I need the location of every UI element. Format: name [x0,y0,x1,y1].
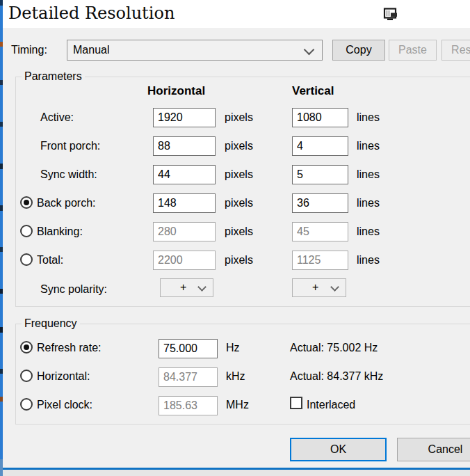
sync-width-vertical-input[interactable] [292,165,348,184]
total-label: Total: [37,253,63,267]
back-porch-radio[interactable] [20,196,33,209]
active-vertical-unit: lines [357,111,380,125]
blanking-horizontal-unit: pixels [225,225,253,239]
horizontal-column-header: Horizontal [147,84,205,98]
back-porch-vertical-input[interactable] [292,193,348,213]
back-porch-vertical-unit: lines [357,196,380,210]
frequency-group-title: Frequency [22,317,80,331]
blanking-radio[interactable] [20,225,33,237]
total-vertical-input [292,251,348,270]
reset-button: Reset [441,40,470,61]
refresh-rate-input[interactable] [159,339,218,358]
interlaced-label: Interlaced [307,398,355,412]
total-horizontal-input [153,251,216,270]
front-porch-vertical-unit: lines [357,139,380,153]
interlaced-checkbox[interactable] [290,397,302,409]
background-window-strip [0,470,470,476]
detailed-resolution-dialog: Detailed Resolution Timing: Manual Copy … [0,0,470,476]
window-title: Detailed Resolution [8,3,175,23]
refresh-rate-radio[interactable] [20,341,33,354]
chevron-down-icon [304,45,315,56]
parameters-group-title: Parameters [22,70,85,84]
refresh-rate-label: Refresh rate: [37,341,101,355]
paste-button: Paste [389,40,437,61]
sync-width-label: Sync width: [40,168,97,182]
horizontal-frequency-actual: Actual: 84.377 kHz [290,370,383,383]
horizontal-frequency-radio[interactable] [20,370,33,382]
active-label: Active: [40,111,74,125]
sync-width-vertical-unit: lines [357,168,380,182]
cancel-button[interactable]: Cancel [397,438,470,461]
refresh-rate-actual: Actual: 75.002 Hz [290,341,378,355]
timing-dropdown[interactable]: Manual [67,40,323,61]
background-window-edge [0,0,3,476]
total-vertical-unit: lines [357,253,380,267]
back-porch-horizontal-unit: pixels [225,196,253,210]
pixel-clock-radio[interactable] [20,398,33,411]
horizontal-frequency-input [159,367,218,387]
sync-width-horizontal-input[interactable] [153,165,216,184]
horizontal-frequency-unit: kHz [226,370,245,383]
active-horizontal-input[interactable] [153,108,216,127]
sync-polarity-vertical-dropdown[interactable]: + [292,278,346,297]
chevron-down-icon [330,283,339,292]
ok-button[interactable]: OK [290,438,387,461]
sync-width-horizontal-unit: pixels [225,168,253,182]
blanking-horizontal-input [153,222,216,241]
active-horizontal-unit: pixels [225,111,253,125]
timing-selected-value: Manual [67,44,109,56]
horizontal-frequency-label: Horizontal: [37,370,90,383]
front-porch-horizontal-input[interactable] [153,136,216,156]
active-vertical-input[interactable] [292,108,348,127]
back-porch-label: Back porch: [37,196,95,210]
copy-button[interactable]: Copy [332,40,385,61]
pixel-clock-input [159,396,218,415]
front-porch-label: Front porch: [40,139,100,153]
sync-polarity-horizontal-dropdown[interactable]: + [160,278,213,297]
blanking-vertical-unit: lines [357,225,380,239]
sync-polarity-horizontal-value: + [180,281,186,294]
monitor-icon [383,8,398,22]
sync-polarity-vertical-value: + [312,281,318,294]
timing-label: Timing: [11,43,47,57]
chevron-down-icon [197,283,206,292]
back-porch-horizontal-input[interactable] [153,193,216,213]
blanking-label: Blanking: [37,225,83,239]
title-bar: Detailed Resolution [3,0,470,28]
refresh-rate-unit: Hz [226,341,240,355]
front-porch-vertical-input[interactable] [292,136,348,156]
blanking-vertical-input [292,222,348,241]
sync-polarity-label: Sync polarity: [40,283,107,296]
total-radio[interactable] [20,253,33,266]
front-porch-horizontal-unit: pixels [225,139,253,153]
pixel-clock-unit: MHz [226,398,249,412]
pixel-clock-label: Pixel clock: [37,398,92,412]
vertical-column-header: Vertical [292,84,334,98]
total-horizontal-unit: pixels [225,253,253,267]
